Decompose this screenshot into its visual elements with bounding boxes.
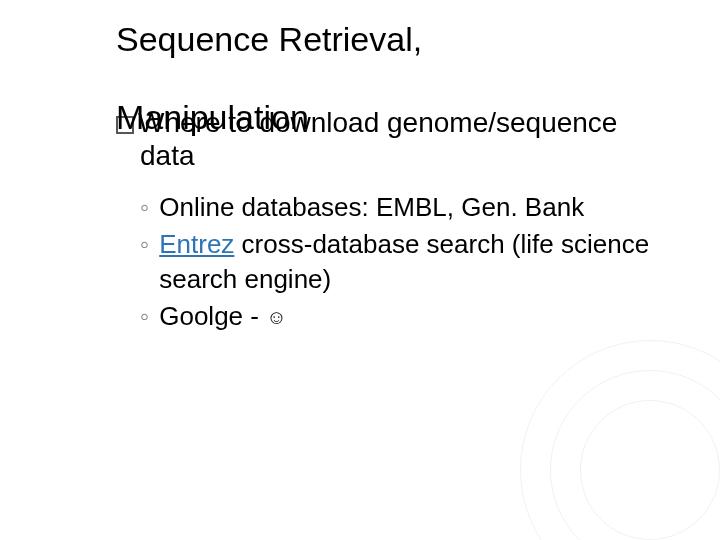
circle-bullet-icon: ◦ [140,190,149,225]
list-item-text: Online databases: EMBL, Gen. Bank [159,190,584,225]
list-item: ◦ Entrez cross-database search (life sci… [140,227,700,297]
title-line2: Manipulation [116,98,309,137]
list-item: ◦ Online databases: EMBL, Gen. Bank [140,190,700,225]
smiley-icon: ☺ [266,304,286,331]
decorative-rings [520,340,720,540]
ring-icon [520,340,720,540]
slide: Sequence Retrieval, Where to download ge… [0,0,720,540]
list-item: ◦ Goolge - ☺ [140,299,700,334]
circle-bullet-icon: ◦ [140,299,149,334]
list-item-text: Entrez cross-database search (life scien… [159,227,700,297]
sublist: ◦ Online databases: EMBL, Gen. Bank ◦ En… [140,190,700,336]
list-item-prefix: Goolge - [159,301,266,331]
entrez-link[interactable]: Entrez [159,229,234,259]
circle-bullet-icon: ◦ [140,227,149,262]
bullet-text-line2: data [140,140,195,172]
ring-icon [550,370,720,540]
title-line1: Sequence Retrieval, [116,20,422,59]
ring-icon [580,400,720,540]
list-item-text: Goolge - ☺ [159,299,286,334]
